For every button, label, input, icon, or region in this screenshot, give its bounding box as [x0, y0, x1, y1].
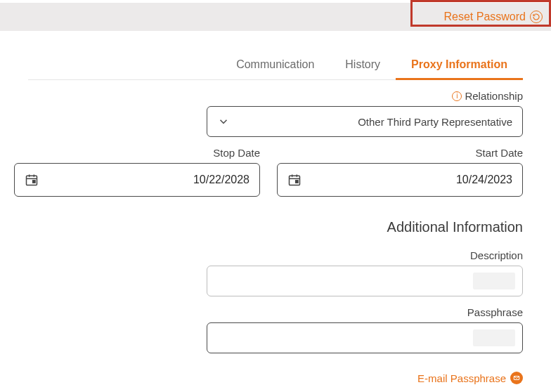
reset-password-label: Reset Password — [444, 11, 526, 23]
stop-date-input[interactable]: 10/22/2028 — [14, 163, 260, 197]
chevron-down-icon — [217, 115, 230, 128]
tab-proxy-information[interactable]: Proxy Information — [396, 51, 523, 79]
header-bar: Reset Password — [0, 3, 551, 31]
tab-communication[interactable]: Communication — [221, 51, 330, 79]
input-placeholder-pill — [473, 329, 515, 346]
start-date-value: 10/24/2023 — [456, 174, 512, 186]
relationship-selected: Other Third Party Representative — [358, 116, 512, 128]
email-passphrase-link[interactable]: E-mail Passphrase — [417, 372, 523, 384]
email-icon — [510, 372, 523, 384]
svg-rect-9 — [33, 181, 35, 183]
relationship-label: Relationship i — [452, 90, 523, 102]
email-passphrase-label: E-mail Passphrase — [417, 372, 506, 384]
svg-rect-4 — [296, 181, 298, 183]
relationship-label-text: Relationship — [465, 90, 523, 102]
passphrase-input[interactable] — [207, 322, 523, 353]
tab-label: History — [345, 58, 380, 70]
stop-date-label: Stop Date — [213, 147, 260, 159]
info-icon[interactable]: i — [452, 91, 462, 101]
relationship-select[interactable]: Other Third Party Representative — [207, 106, 523, 137]
tab-label: Proxy Information — [411, 58, 507, 70]
additional-info-heading: Additional Information — [14, 219, 523, 235]
input-placeholder-pill — [473, 273, 515, 289]
calendar-icon — [287, 173, 302, 187]
description-input[interactable] — [207, 266, 523, 296]
start-date-label: Start Date — [475, 147, 523, 159]
stop-date-value: 10/22/2028 — [193, 174, 249, 186]
tab-history[interactable]: History — [330, 51, 396, 79]
reset-icon — [530, 11, 543, 23]
passphrase-label: Passphrase — [467, 306, 523, 318]
tabs: Proxy Information History Communication — [28, 46, 523, 80]
description-label: Description — [470, 249, 523, 261]
calendar-icon — [25, 173, 39, 187]
form-area: Relationship i Other Third Party Represe… — [14, 90, 523, 384]
start-date-input[interactable]: 10/24/2023 — [277, 163, 523, 197]
reset-password-link[interactable]: Reset Password — [444, 6, 543, 27]
tab-label: Communication — [236, 58, 314, 70]
